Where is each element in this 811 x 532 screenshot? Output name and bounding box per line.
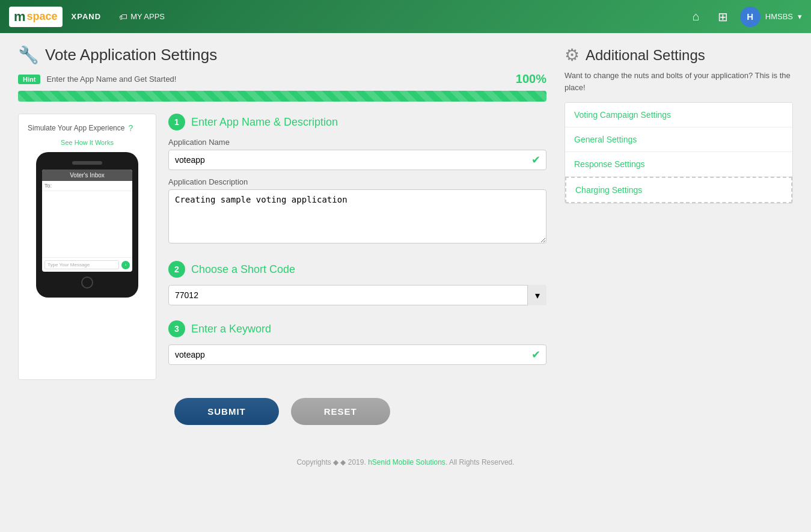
step2-number: 2 xyxy=(168,261,185,278)
app-name-wrapper: ✔ xyxy=(168,150,546,170)
phone-to-label: To: xyxy=(42,181,132,191)
app-desc-label: Application Description xyxy=(168,177,546,186)
step3-number: 3 xyxy=(168,320,185,337)
gear-icon: ⚙ xyxy=(565,45,580,65)
phone-message-input[interactable]: Type Your Message xyxy=(44,260,119,269)
settings-menu: Voting Campaign Settings General Setting… xyxy=(565,102,793,204)
logo[interactable]: m space xyxy=(9,7,63,27)
logo-space: space xyxy=(27,10,58,23)
footer: Copyrights ◆ ◆ 2019. hSenid Mobile Solut… xyxy=(0,449,811,475)
app-desc-wrapper xyxy=(168,189,546,246)
wrench-icon: 🔧 xyxy=(18,45,39,65)
short-code-select[interactable]: 77012 xyxy=(168,285,546,305)
help-icon[interactable]: ? xyxy=(128,123,133,133)
app-name-label: Application Name xyxy=(168,138,546,147)
hint-text: Enter the App Name and Get Started! xyxy=(46,75,509,84)
step1-section: 1 Enter App Name & Description Applicati… xyxy=(168,114,546,246)
app-name-input[interactable] xyxy=(168,150,546,170)
progress-percent: 100% xyxy=(516,72,546,86)
phone-speaker xyxy=(72,161,102,165)
phone-input-area: Type Your Message › xyxy=(42,257,132,272)
reset-button[interactable]: RESET xyxy=(291,398,390,425)
phone-screen: Voter's Inbox To: Type Your Message › xyxy=(42,170,132,272)
keyword-wrapper: ✔ xyxy=(168,344,546,365)
simulator-box: Simulate Your App Experience ? See How I… xyxy=(18,114,156,380)
home-icon[interactable]: ⌂ xyxy=(693,10,700,23)
additional-title: ⚙ Additional Settings xyxy=(565,45,793,65)
tag-icon: 🏷 xyxy=(119,12,127,22)
user-menu[interactable]: H HMSBS ▾ xyxy=(740,7,802,27)
additional-title-text: Additional Settings xyxy=(586,47,705,64)
logo-m: m xyxy=(14,9,26,25)
phone-home-button xyxy=(81,277,93,289)
phone-send-button[interactable]: › xyxy=(121,261,130,269)
submit-button[interactable]: SUBMIT xyxy=(174,398,279,425)
app-desc-textarea[interactable] xyxy=(168,189,546,243)
step3-section: 3 Enter a Keyword ✔ xyxy=(168,320,546,365)
hint-bar: Hint Enter the App Name and Get Started!… xyxy=(18,72,546,86)
user-name: HMSBS xyxy=(765,12,793,21)
phone-body xyxy=(42,191,132,257)
xpand-label: XPAND xyxy=(72,12,102,21)
step3-header: 3 Enter a Keyword xyxy=(168,320,546,337)
dropdown-arrow-icon: ▾ xyxy=(798,12,802,21)
step2-title: Choose a Short Code xyxy=(191,263,295,276)
progress-bar xyxy=(18,91,546,102)
page-title-text: Vote Application Settings xyxy=(45,46,217,64)
step3-title: Enter a Keyword xyxy=(191,323,271,335)
simulator-title: Simulate Your App Experience xyxy=(28,124,124,132)
form-section: Simulate Your App Experience ? See How I… xyxy=(18,114,546,380)
hint-badge: Hint xyxy=(18,75,40,84)
additional-description: Want to change the nuts and bolts of you… xyxy=(565,70,793,93)
main-content: 🔧 Vote Application Settings Hint Enter t… xyxy=(0,33,811,449)
myapps-nav[interactable]: 🏷 MY APPS xyxy=(119,12,165,22)
navbar: m space XPAND 🏷 MY APPS ⌂ ⊞ H HMSBS ▾ xyxy=(0,0,811,33)
form-fields: 1 Enter App Name & Description Applicati… xyxy=(168,114,546,380)
step1-number: 1 xyxy=(168,114,185,130)
settings-item-response[interactable]: Response Settings xyxy=(565,152,792,177)
step2-section: 2 Choose a Short Code 77012 ▾ xyxy=(168,261,546,305)
step1-title: Enter App Name & Description xyxy=(191,116,338,129)
user-avatar: H xyxy=(740,7,761,27)
settings-item-voting-campaign[interactable]: Voting Campaign Settings xyxy=(565,103,792,127)
page-title: 🔧 Vote Application Settings xyxy=(18,45,546,65)
footer-link[interactable]: hSenid Mobile Solutions xyxy=(368,458,445,466)
myapps-label: MY APPS xyxy=(130,12,165,21)
settings-item-general[interactable]: General Settings xyxy=(565,127,792,152)
button-row: SUBMIT RESET xyxy=(18,398,546,425)
right-panel: ⚙ Additional Settings Want to change the… xyxy=(565,45,793,437)
keyword-check-icon: ✔ xyxy=(531,348,540,361)
app-name-check-icon: ✔ xyxy=(531,153,540,167)
settings-item-charging[interactable]: Charging Settings xyxy=(565,177,792,203)
progress-bar-fill xyxy=(18,91,546,102)
footer-text: Copyrights ◆ ◆ 2019. hSenid Mobile Solut… xyxy=(296,458,514,466)
grid-icon[interactable]: ⊞ xyxy=(718,10,728,24)
short-code-wrapper: 77012 ▾ xyxy=(168,285,546,305)
simulator-header: Simulate Your App Experience ? xyxy=(28,123,147,133)
phone-inbox-bar: Voter's Inbox xyxy=(42,170,132,181)
see-how-link[interactable]: See How It Works xyxy=(28,139,147,146)
left-panel: 🔧 Vote Application Settings Hint Enter t… xyxy=(18,45,546,437)
step1-header: 1 Enter App Name & Description xyxy=(168,114,546,130)
phone-frame: Voter's Inbox To: Type Your Message › xyxy=(36,152,138,298)
keyword-input[interactable] xyxy=(168,344,546,365)
step2-header: 2 Choose a Short Code xyxy=(168,261,546,278)
